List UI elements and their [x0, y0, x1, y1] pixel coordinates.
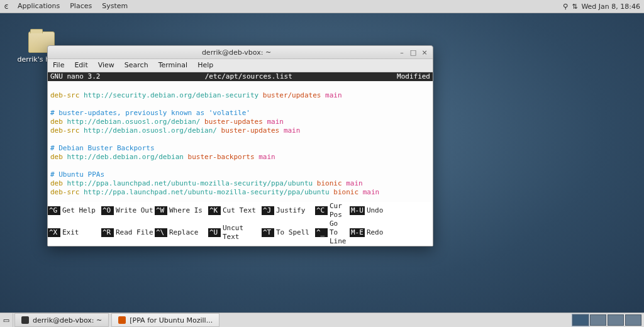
- workspace-4[interactable]: [625, 314, 641, 326]
- nano-shortcut: ^OWrite Out: [101, 202, 155, 219]
- browser-icon: [118, 316, 126, 324]
- nano-shortcut: ^KCut Text: [208, 202, 262, 219]
- nano-shortcut: ^JJustify: [262, 202, 315, 219]
- top-panel: ͼ ApplicationsPlacesSystem ⚲ ⇅ Wed Jan 8…: [0, 0, 644, 13]
- top-menu-places[interactable]: Places: [65, 0, 97, 13]
- nano-shortcut: M-UUndo: [350, 202, 384, 219]
- terminal-window: derrik@deb-vbox: ~ – □ × FileEditViewSea…: [47, 45, 433, 247]
- nano-version: GNU nano 3.2: [50, 72, 100, 81]
- nano-help-bar: ^GGet Help^OWrite Out^WWhere Is^KCut Tex…: [48, 202, 433, 246]
- nano-shortcut: ^GGet Help: [48, 202, 101, 219]
- top-menu-applications[interactable]: Applications: [13, 0, 65, 13]
- nano-shortcut: ^XExit: [48, 219, 101, 246]
- nano-shortcut: ^RRead File: [101, 219, 155, 246]
- nano-shortcut: M-ERedo: [350, 219, 384, 246]
- menu-file[interactable]: File: [48, 59, 69, 72]
- menu-help[interactable]: Help: [192, 59, 218, 72]
- workspace-pager[interactable]: [572, 314, 644, 326]
- workspace-1[interactable]: [572, 314, 589, 326]
- gnome-foot-icon: ͼ: [0, 2, 13, 11]
- menu-search[interactable]: Search: [119, 59, 153, 72]
- accessibility-icon[interactable]: ⚲: [563, 3, 568, 11]
- menu-view[interactable]: View: [93, 59, 119, 72]
- nano-shortcut: ^CCur Pos: [315, 202, 350, 219]
- nano-shortcut: ^UUncut Text: [208, 219, 262, 246]
- menu-terminal[interactable]: Terminal: [153, 59, 193, 72]
- minimize-button[interactable]: –: [397, 48, 406, 57]
- nano-shortcut: ^_Go To Line: [315, 219, 350, 246]
- nano-header: GNU nano 3.2 /etc/apt/sources.list Modif…: [48, 72, 433, 81]
- window-title: derrik@deb-vbox: ~: [79, 48, 394, 57]
- workspace-2[interactable]: [590, 314, 606, 326]
- bottom-panel: ▭ derrik@deb-vbox: ~[PPA for Ubuntu Mozi…: [0, 313, 644, 327]
- close-button[interactable]: ×: [420, 48, 429, 57]
- maximize-button[interactable]: □: [409, 48, 418, 57]
- terminal-viewport[interactable]: GNU nano 3.2 /etc/apt/sources.list Modif…: [48, 72, 433, 246]
- nano-shortcut: ^TTo Spell: [262, 219, 315, 246]
- nano-editor-body[interactable]: deb-src http://security.debian.org/debia…: [48, 81, 433, 202]
- network-icon[interactable]: ⇅: [572, 3, 577, 11]
- clock[interactable]: Wed Jan 8, 18:46: [581, 3, 640, 11]
- titlebar[interactable]: derrik@deb-vbox: ~ – □ ×: [48, 46, 433, 59]
- top-menu-system[interactable]: System: [97, 0, 133, 13]
- terminal-icon: [21, 316, 29, 324]
- task-label: derrik@deb-vbox: ~: [33, 316, 102, 324]
- menu-edit[interactable]: Edit: [69, 59, 92, 72]
- show-desktop-button[interactable]: ▭: [0, 313, 13, 327]
- task-label: [PPA for Ubuntu Mozill...: [130, 316, 213, 324]
- nano-shortcut: ^WWhere Is: [155, 202, 208, 219]
- nano-status: Modified: [397, 72, 430, 81]
- taskbar-task[interactable]: [PPA for Ubuntu Mozill...: [111, 313, 219, 327]
- system-tray: ⚲ ⇅ Wed Jan 8, 18:46: [563, 3, 644, 11]
- taskbar-task[interactable]: derrik@deb-vbox: ~: [14, 313, 109, 327]
- nano-shortcut: ^\Replace: [155, 219, 208, 246]
- nano-filepath: /etc/apt/sources.list: [100, 72, 397, 81]
- terminal-menubar: FileEditViewSearchTerminalHelp: [48, 59, 433, 72]
- workspace-3[interactable]: [608, 314, 624, 326]
